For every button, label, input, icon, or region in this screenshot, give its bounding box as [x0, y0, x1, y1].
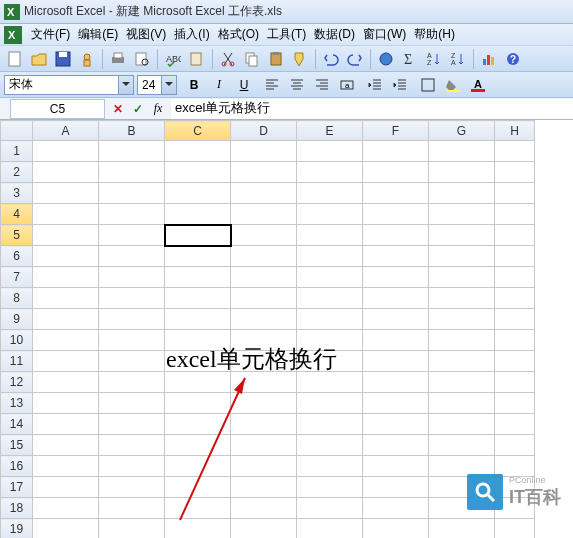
cell[interactable] — [33, 330, 99, 351]
row-header[interactable]: 11 — [1, 351, 33, 372]
cell[interactable] — [429, 351, 495, 372]
cell[interactable] — [363, 351, 429, 372]
cell[interactable] — [297, 498, 363, 519]
cell[interactable] — [231, 477, 297, 498]
cell[interactable] — [429, 393, 495, 414]
new-button[interactable] — [4, 48, 26, 70]
save-button[interactable] — [52, 48, 74, 70]
cell[interactable] — [99, 225, 165, 246]
cell[interactable] — [165, 162, 231, 183]
cell[interactable] — [363, 435, 429, 456]
cell[interactable] — [495, 309, 535, 330]
cell[interactable] — [363, 372, 429, 393]
row-header[interactable]: 1 — [1, 141, 33, 162]
cell[interactable] — [231, 267, 297, 288]
cell[interactable] — [33, 477, 99, 498]
cell[interactable] — [99, 267, 165, 288]
column-header[interactable]: A — [33, 121, 99, 141]
cell[interactable] — [495, 288, 535, 309]
sort-desc-button[interactable]: ZA — [447, 48, 469, 70]
italic-button[interactable]: I — [208, 74, 230, 96]
cell[interactable] — [231, 330, 297, 351]
active-cell[interactable] — [165, 225, 231, 246]
row-header[interactable]: 3 — [1, 183, 33, 204]
cell[interactable] — [165, 435, 231, 456]
cell[interactable] — [165, 309, 231, 330]
cell[interactable] — [165, 183, 231, 204]
row-header[interactable]: 6 — [1, 246, 33, 267]
cell[interactable] — [231, 393, 297, 414]
row-header[interactable]: 17 — [1, 477, 33, 498]
menu-format[interactable]: 格式(O) — [215, 24, 262, 45]
cell[interactable] — [231, 456, 297, 477]
row-header[interactable]: 10 — [1, 330, 33, 351]
cell[interactable] — [363, 456, 429, 477]
cell[interactable] — [231, 288, 297, 309]
cell[interactable] — [33, 267, 99, 288]
row-header[interactable]: 15 — [1, 435, 33, 456]
cell[interactable] — [297, 288, 363, 309]
align-right-button[interactable] — [311, 74, 333, 96]
row-header[interactable]: 4 — [1, 204, 33, 225]
cell[interactable] — [231, 246, 297, 267]
cell[interactable] — [297, 267, 363, 288]
cell[interactable] — [363, 477, 429, 498]
cell[interactable] — [297, 246, 363, 267]
formula-input[interactable]: excel单元格换行 — [171, 99, 573, 119]
cell[interactable] — [231, 309, 297, 330]
cell[interactable] — [99, 372, 165, 393]
cell[interactable] — [165, 498, 231, 519]
row-header[interactable]: 19 — [1, 519, 33, 539]
cell[interactable] — [165, 204, 231, 225]
cell[interactable] — [165, 393, 231, 414]
cell[interactable] — [99, 288, 165, 309]
underline-button[interactable]: U — [233, 74, 255, 96]
cell[interactable] — [165, 351, 231, 372]
cell[interactable] — [33, 183, 99, 204]
menu-insert[interactable]: 插入(I) — [171, 24, 212, 45]
chevron-down-icon[interactable] — [161, 76, 176, 94]
cell[interactable] — [99, 498, 165, 519]
row-header[interactable]: 14 — [1, 414, 33, 435]
cell[interactable] — [297, 141, 363, 162]
cell[interactable] — [33, 498, 99, 519]
cell[interactable] — [33, 246, 99, 267]
cell[interactable] — [363, 183, 429, 204]
cell[interactable] — [429, 141, 495, 162]
format-painter-button[interactable] — [289, 48, 311, 70]
cell[interactable] — [33, 288, 99, 309]
cell[interactable] — [165, 372, 231, 393]
cell[interactable] — [363, 288, 429, 309]
fill-color-button[interactable] — [442, 74, 464, 96]
cell[interactable] — [165, 288, 231, 309]
cell[interactable] — [165, 267, 231, 288]
cell[interactable] — [33, 456, 99, 477]
cell[interactable] — [99, 477, 165, 498]
cell[interactable] — [363, 162, 429, 183]
cell[interactable] — [297, 414, 363, 435]
cell[interactable] — [231, 162, 297, 183]
select-all-corner[interactable] — [1, 121, 33, 141]
cell[interactable] — [363, 246, 429, 267]
cell[interactable] — [99, 141, 165, 162]
borders-button[interactable] — [417, 74, 439, 96]
cell[interactable] — [297, 477, 363, 498]
spelling-button[interactable]: ABC — [162, 48, 184, 70]
cell[interactable] — [297, 519, 363, 539]
menu-file[interactable]: 文件(F) — [28, 24, 73, 45]
cell[interactable] — [495, 519, 535, 539]
cell[interactable] — [297, 309, 363, 330]
cell[interactable] — [33, 414, 99, 435]
cell[interactable] — [99, 309, 165, 330]
cell[interactable] — [165, 414, 231, 435]
cell[interactable] — [33, 435, 99, 456]
cell[interactable] — [231, 519, 297, 539]
cell[interactable] — [33, 204, 99, 225]
insert-function-button[interactable]: fx — [149, 100, 167, 118]
cell[interactable] — [429, 414, 495, 435]
sort-asc-button[interactable]: AZ — [423, 48, 445, 70]
cell[interactable] — [165, 519, 231, 539]
chevron-down-icon[interactable] — [118, 76, 133, 94]
cell[interactable] — [165, 246, 231, 267]
cell[interactable] — [231, 225, 297, 246]
